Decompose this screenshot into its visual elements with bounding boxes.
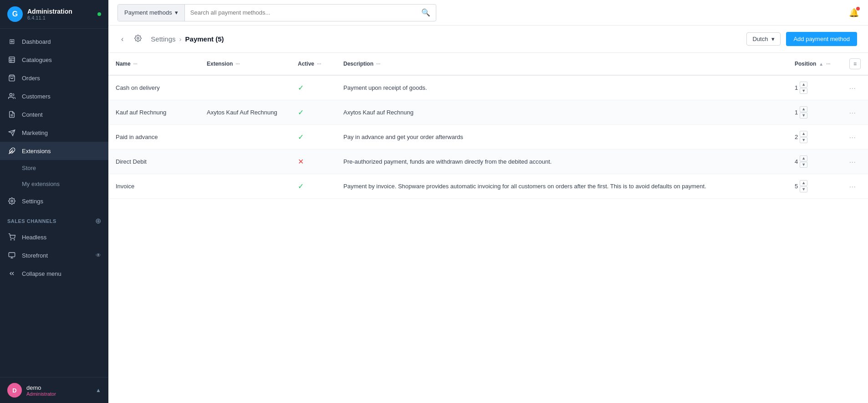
cell-row-actions: ··· (842, 150, 868, 174)
status-dot (97, 12, 101, 16)
breadcrumb-current: Payment (5) (185, 35, 224, 43)
language-selector[interactable]: Dutch ▾ (746, 32, 781, 46)
table-row: Kauf auf Rechnung Axytos Kauf Auf Rechnu… (108, 100, 868, 125)
cell-name: Direct Debit (108, 150, 199, 174)
orders-icon (7, 73, 16, 83)
active-check-icon: ✓ (298, 133, 304, 141)
position-arrows: ▲ ▼ (800, 106, 807, 119)
cell-description: Axytos Kauf auf Rechnung (336, 100, 787, 125)
position-up-button[interactable]: ▲ (800, 82, 807, 88)
cell-active: ✕ (291, 150, 336, 174)
search-input[interactable] (185, 9, 416, 16)
sidebar-item-orders[interactable]: Orders (0, 69, 108, 87)
breadcrumb: Settings › Payment (5) (151, 35, 739, 43)
table-options-button[interactable]: ≡ (849, 58, 861, 69)
sidebar-item-my-extensions[interactable]: My extensions (0, 176, 108, 192)
sidebar-item-marketing[interactable]: Marketing (0, 124, 108, 142)
svg-point-5 (10, 93, 12, 96)
back-button[interactable]: ‹ (119, 33, 125, 45)
search-type-label: Payment methods (124, 9, 172, 16)
sidebar-item-storefront[interactable]: Storefront 👁 (0, 246, 108, 264)
payment-methods-table-container: Name ··· Extension ··· Active ··· (108, 53, 868, 403)
app-name: Administration (27, 8, 93, 15)
search-submit-icon[interactable]: 🔍 (416, 8, 436, 17)
svg-rect-14 (9, 253, 15, 257)
position-value: 1 (795, 84, 798, 91)
row-actions-button[interactable]: ··· (849, 158, 856, 165)
sidebar-item-settings[interactable]: Settings (0, 192, 108, 210)
main-content: Payment methods ▾ 🔍 🔔 ‹ Settings › Payme… (108, 0, 868, 403)
col-header-actions: ≡ (842, 53, 868, 75)
row-actions-button[interactable]: ··· (849, 183, 856, 190)
sidebar-item-label: Content (22, 111, 43, 118)
sidebar-nav: ⊞ Dashboard Catalogues Orders Customers (0, 29, 108, 377)
page-settings-button[interactable] (133, 33, 143, 46)
collapse-label: Collapse menu (22, 270, 61, 277)
settings-icon (7, 196, 16, 206)
add-sales-channel-icon[interactable]: ⊕ (95, 217, 101, 225)
page-actions: Dutch ▾ Add payment method (746, 32, 857, 46)
sidebar-item-catalogues[interactable]: Catalogues (0, 51, 108, 69)
user-menu-chevron[interactable]: ▲ (96, 387, 101, 393)
position-up-button[interactable]: ▲ (800, 106, 807, 112)
cell-position: 5 ▲ ▼ (787, 174, 842, 199)
cell-active: ✓ (291, 75, 336, 100)
desc-col-options[interactable]: ··· (376, 61, 380, 67)
sidebar-item-dashboard[interactable]: ⊞ Dashboard (0, 32, 108, 51)
cell-description: Pay in advance and get your order afterw… (336, 125, 787, 150)
active-check-icon: ✓ (298, 84, 304, 92)
position-down-button[interactable]: ▼ (800, 162, 807, 168)
cell-position: 1 ▲ ▼ (787, 75, 842, 100)
user-profile[interactable]: D demo Administrator ▲ (0, 377, 108, 403)
position-up-button[interactable]: ▲ (800, 180, 807, 186)
user-info: demo Administrator (26, 384, 91, 397)
active-x-icon: ✕ (298, 158, 304, 165)
cell-description: Pre-authorized payment, funds are withdr… (336, 150, 787, 174)
language-label: Dutch (752, 36, 768, 42)
pos-col-options[interactable]: ··· (826, 61, 830, 67)
sidebar-item-headless[interactable]: Headless (0, 228, 108, 246)
col-header-description: Description ··· (336, 53, 787, 75)
storefront-eye-icon[interactable]: 👁 (96, 252, 101, 258)
ext-col-options[interactable]: ··· (235, 61, 240, 67)
position-value: 2 (795, 134, 798, 140)
cell-active: ✓ (291, 174, 336, 199)
add-payment-method-button[interactable]: Add payment method (786, 32, 857, 46)
position-down-button[interactable]: ▼ (800, 88, 807, 94)
search-type-button[interactable]: Payment methods ▾ (118, 5, 185, 21)
name-col-options[interactable]: ··· (133, 61, 138, 67)
position-value: 1 (795, 109, 798, 116)
cell-extension (199, 125, 291, 150)
sidebar-item-customers[interactable]: Customers (0, 87, 108, 105)
cell-position: 2 ▲ ▼ (787, 125, 842, 150)
active-check-icon: ✓ (298, 182, 304, 190)
position-up-button[interactable]: ▲ (800, 155, 807, 161)
extensions-icon (7, 146, 16, 155)
position-up-button[interactable]: ▲ (800, 131, 807, 137)
cell-name: Cash on delivery (108, 75, 199, 100)
sidebar-item-label: Orders (22, 75, 40, 82)
sidebar-item-label: Storefront (22, 252, 48, 259)
position-down-button[interactable]: ▼ (800, 137, 807, 143)
sidebar-item-content[interactable]: Content (0, 105, 108, 124)
notification-button[interactable]: 🔔 (849, 8, 859, 18)
col-header-active: Active ··· (291, 53, 336, 75)
user-role: Administrator (26, 391, 91, 397)
cell-extension: Axytos Kauf Auf Rechnung (199, 100, 291, 125)
position-sort-icon[interactable]: ▲ (819, 62, 823, 67)
position-down-button[interactable]: ▼ (800, 113, 807, 119)
position-down-button[interactable]: ▼ (800, 186, 807, 192)
cell-description: Payment upon receipt of goods. (336, 75, 787, 100)
row-actions-button[interactable]: ··· (849, 84, 856, 92)
row-actions-button[interactable]: ··· (849, 109, 856, 116)
breadcrumb-parent: Settings (151, 35, 175, 43)
cell-extension (199, 150, 291, 174)
active-col-options[interactable]: ··· (317, 61, 321, 67)
app-version: 6.4.11.1 (27, 15, 93, 21)
sidebar-item-store[interactable]: Store (0, 160, 108, 176)
position-value: 4 (795, 158, 798, 165)
cell-name: Paid in advance (108, 125, 199, 150)
row-actions-button[interactable]: ··· (849, 134, 856, 141)
sidebar-item-extensions[interactable]: Extensions (0, 142, 108, 160)
sidebar-item-collapse[interactable]: Collapse menu (0, 264, 108, 283)
